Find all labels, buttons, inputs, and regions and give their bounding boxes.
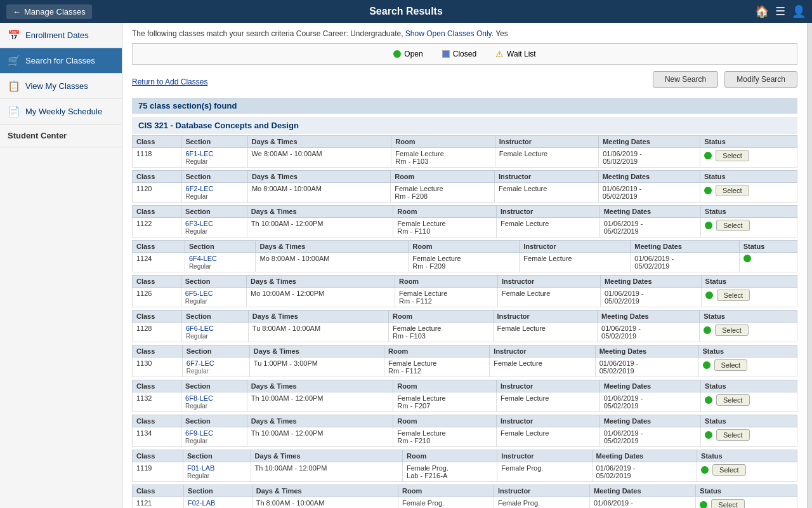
sidebar-item-label: Search for Classes [25,56,95,65]
col-class: Class [133,415,181,427]
instructor-info: Female Lecture [497,288,600,307]
select-button[interactable]: Select [711,499,745,508]
col-meeting-dates: Meeting Dates [600,276,701,288]
col-section: Section [183,450,251,462]
status-dot [703,361,710,369]
return-to-add-classes-link[interactable]: Return to Add Classes [132,77,207,86]
back-button[interactable]: ← Manage Classes [6,4,92,19]
sidebar-item-enrollment-dates[interactable]: 📅 Enrollment Dates [0,23,122,48]
instructor-info: Female Lecture [493,323,598,342]
sidebar-item-my-weekly-schedule[interactable]: 📄 My Weekly Schedule [0,99,122,124]
table-row: 1130 6F7-LEC Regular Tu 1:00PM - 3:00PM … [133,358,797,377]
menu-icon[interactable]: ☰ [775,4,785,18]
col-status: Status [700,380,797,392]
meeting-dates: 01/06/2019 -05/02/2019 [599,427,700,447]
col-instructor: Instructor [496,415,599,427]
status-dot [704,187,712,194]
home-icon[interactable]: 🏠 [755,4,769,18]
legend-closed: Closed [442,50,476,58]
col-days-times: Days & Times [256,241,409,253]
select-button[interactable]: Select [712,464,746,476]
select-button[interactable]: Select [716,394,750,406]
col-meeting-dates: Meeting Dates [595,345,698,358]
meeting-dates: 01/06/2019 -05/02/2019 [598,183,700,203]
class-table-row: Class Section Days & Times Room Instruct… [132,135,797,168]
col-room: Room [393,206,497,218]
section-type: Regular [185,298,207,305]
section-link[interactable]: 6F8-LEC [185,394,213,402]
col-meeting-dates: Meeting Dates [599,415,700,427]
sidebar-section-student-center[interactable]: Student Center [0,124,122,147]
table-row: 1120 6F2-LEC Regular Mo 8:00AM - 10:00AM… [133,183,797,203]
section-info: 6F2-LEC Regular [181,183,247,203]
select-button[interactable]: Select [716,185,749,196]
wait-list-icon: ⚠ [495,49,504,59]
col-instructor: Instructor [494,171,598,183]
search-info-text: The following classes match your search … [132,29,405,38]
col-meeting-dates: Meeting Dates [590,485,696,497]
table-row: 1128 6F6-LEC Regular Tu 8:00AM - 10:00AM… [133,323,797,342]
section-type: Regular [187,368,209,375]
instructor-info: Female Lecture [496,427,599,447]
legend-wait-list: ⚠ Wait List [495,49,536,59]
table-row: 1119 F01-LAB Regular Th 10:00AM - 12:00P… [133,462,797,482]
meeting-dates: 01/06/2019 -05/02/2019 [599,218,700,237]
select-button[interactable]: Select [715,324,749,336]
page-title: Search Results [369,6,443,17]
select-button[interactable]: Select [717,290,750,301]
section-link[interactable]: 6F6-LEC [186,324,214,332]
open-status-dot [393,50,401,58]
col-section: Section [181,380,247,392]
table-row: 1132 6F8-LEC Regular Th 10:00AM - 12:00P… [133,392,797,412]
section-link[interactable]: 6F7-LEC [187,359,214,367]
col-section: Section [181,311,248,323]
classes-container: Class Section Days & Times Room Instruct… [132,135,797,508]
col-meeting-dates: Meeting Dates [592,450,697,462]
room-info: Female Prog.Lab - F114-B [398,497,494,509]
sidebar-item-view-my-classes[interactable]: 📋 View My Classes [0,74,122,99]
status-dot [743,255,751,262]
status-dot [704,152,712,159]
sidebar: 📅 Enrollment Dates 🛒 Search for Classes … [0,23,122,508]
class-number: 1120 [133,183,182,203]
section-link[interactable]: 6F1-LEC [185,150,213,157]
class-number: 1126 [133,288,181,307]
meeting-dates: 01/06/2019 -05/02/2019 [599,148,700,168]
meeting-dates: 01/06/2019 -05/02/2019 [592,462,697,482]
view-classes-icon: 📋 [8,80,20,92]
class-number: 1124 [133,253,185,272]
select-button[interactable]: Select [716,150,749,161]
section-link[interactable]: 6F9-LEC [185,429,213,437]
class-table-row: Class Section Days & Times Room Instruct… [132,240,797,272]
enrollment-dates-icon: 📅 [8,29,20,41]
section-link[interactable]: 6F2-LEC [186,185,214,192]
show-open-link[interactable]: Show Open Classes Only. [405,29,494,38]
select-button[interactable]: Select [716,220,750,231]
instructor-info: Female Lecture [495,148,598,168]
modify-search-button[interactable]: Modify Search [724,71,797,88]
select-button[interactable]: Select [716,429,750,441]
table-row: 1118 6F1-LEC Regular We 8:00AM - 10:00AM… [133,148,797,168]
scrollbar[interactable] [807,23,812,508]
action-buttons: New Search Modify Search [653,71,797,88]
days-times: Th 8:00AM - 10:00AM [252,497,398,509]
section-link[interactable]: 6F4-LEC [189,255,217,262]
col-status: Status [701,276,797,288]
sidebar-item-search-for-classes[interactable]: 🛒 Search for Classes [0,48,122,74]
new-search-button[interactable]: New Search [653,71,718,88]
section-link[interactable]: 6F5-LEC [185,290,213,297]
user-icon[interactable]: 👤 [792,4,806,18]
class-number: 1122 [133,218,181,237]
section-link[interactable]: F02-LAB [188,499,215,507]
select-button[interactable]: Select [714,359,748,371]
col-status: Status [700,311,797,323]
col-instructor: Instructor [497,276,600,288]
class-table-row: Class Section Days & Times Room Instruct… [132,345,797,377]
legend: Open Closed ⚠ Wait List [132,43,797,65]
section-info: 6F6-LEC Regular [181,323,248,342]
section-link[interactable]: F01-LAB [187,464,214,472]
section-type: Regular [187,472,209,479]
col-class: Class [133,485,184,497]
col-meeting-dates: Meeting Dates [631,241,739,253]
section-link[interactable]: 6F3-LEC [185,220,213,227]
